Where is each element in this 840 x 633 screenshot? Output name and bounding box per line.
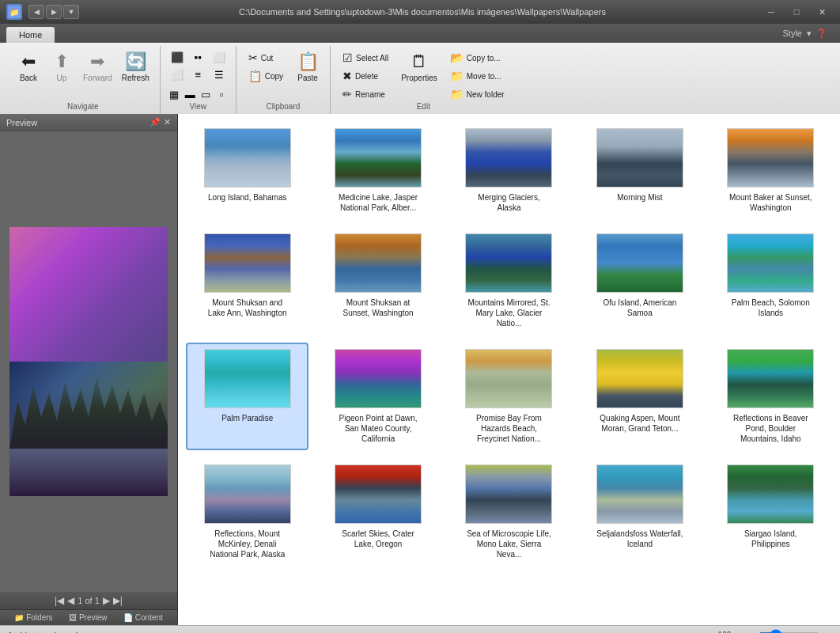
file-item[interactable]: Scarlet Skies, Crater Lake, Oregon bbox=[316, 458, 439, 566]
minimize-btn[interactable]: ─ bbox=[759, 4, 783, 20]
file-name: Promise Bay From Hazards Beach, Freycine… bbox=[465, 413, 552, 444]
refresh-button[interactable]: 🔄 Refresh bbox=[118, 49, 153, 85]
copy-to-button[interactable]: 📂 Copy to... bbox=[445, 49, 510, 66]
help-icon[interactable]: ❓ bbox=[816, 28, 827, 39]
preview-pin-btn[interactable]: 📌 bbox=[149, 117, 161, 127]
file-grid-area[interactable]: Long Island, BahamasMedicine Lake, Jaspe… bbox=[178, 114, 840, 625]
back-button[interactable]: ⬅ Back bbox=[13, 49, 44, 85]
clipboard-label: Clipboard bbox=[236, 102, 330, 111]
close-btn[interactable]: ✕ bbox=[810, 4, 834, 20]
up-button[interactable]: ⬆ Up bbox=[46, 49, 78, 85]
rename-icon: ✏ bbox=[342, 88, 352, 100]
preview-pagination: |◀ ◀ 1 of 1 ▶ ▶| bbox=[0, 592, 177, 609]
file-item[interactable]: Quaking Aspen, Mount Moran, Grand Teton.… bbox=[578, 343, 701, 450]
file-thumbnail bbox=[596, 233, 683, 293]
properties-button[interactable]: 🗒 Properties bbox=[397, 49, 441, 85]
view-extra-large[interactable]: ⬛ bbox=[167, 49, 187, 66]
ribbon-content: ⬅ Back ⬆ Up ➡ Forward 🔄 Refresh Navigate… bbox=[0, 43, 840, 114]
pager-next[interactable]: ▶ bbox=[103, 595, 110, 606]
file-name: Medicine Lake, Jasper National Park, Alb… bbox=[335, 192, 422, 213]
preview-image-area bbox=[0, 131, 177, 592]
file-thumbnail bbox=[335, 128, 422, 188]
style-dropdown-icon[interactable]: ▾ bbox=[807, 28, 812, 39]
pager-prev[interactable]: ◀ bbox=[67, 595, 74, 606]
select-all-icon: ☑ bbox=[342, 51, 353, 64]
file-item[interactable]: Mount Shuksan and Lake Ann, Washington bbox=[186, 227, 308, 335]
file-name: Reflections in Beaver Pond, Boulder Moun… bbox=[727, 413, 814, 444]
navigate-buttons: ⬅ Back ⬆ Up ➡ Forward 🔄 Refresh bbox=[13, 46, 153, 100]
file-thumbnail bbox=[596, 349, 683, 408]
file-item[interactable]: Promise Bay From Hazards Beach, Freycine… bbox=[448, 343, 570, 450]
file-item[interactable]: Siargao Island, Philippines bbox=[709, 458, 832, 566]
folders-btn[interactable]: 📁 Folders bbox=[14, 613, 52, 622]
new-folder-button[interactable]: 📁 New folder bbox=[445, 85, 510, 103]
preview-panel: Preview 📌 ✕ |◀ ◀ 1 of 1 ▶ ▶| 📁 Folders bbox=[0, 114, 178, 625]
view-large[interactable]: ▪▪ bbox=[187, 49, 208, 66]
file-item[interactable]: Medicine Lake, Jasper National Park, Alb… bbox=[316, 122, 439, 219]
zoom-out-btn[interactable]: − bbox=[747, 629, 753, 634]
move-to-button[interactable]: 📁 Move to... bbox=[445, 67, 510, 85]
file-item[interactable]: Sea of Microscopie Life, Mono Lake, Sier… bbox=[448, 458, 570, 566]
pager-first[interactable]: |◀ bbox=[55, 595, 64, 606]
copy-icon: 📋 bbox=[248, 70, 262, 82]
nav-down-btn[interactable]: ▼ bbox=[63, 5, 79, 19]
select-all-button[interactable]: ☑ Select All bbox=[337, 49, 394, 66]
file-item[interactable]: Mountains Mirrored, St. Mary Lake, Glaci… bbox=[448, 227, 570, 335]
view-tile[interactable]: ▦ bbox=[167, 86, 182, 103]
file-name: Merging Glaciers, Alaska bbox=[465, 192, 552, 213]
content-btn[interactable]: 📄 Content bbox=[123, 613, 163, 622]
app-icon: 📁 bbox=[6, 4, 22, 20]
nav-fwd-btn[interactable]: ▶ bbox=[46, 5, 62, 19]
file-item[interactable]: Reflections, Mount McKinley, Denali Nati… bbox=[186, 458, 308, 566]
view-icons-bottom: ▦ ▬ ▭ ▫ bbox=[167, 86, 229, 103]
clipboard-group: ✂ Cut 📋 Copy 📋 Paste Clipboard bbox=[236, 46, 331, 114]
preview-btn[interactable]: 🖼 Preview bbox=[69, 613, 108, 622]
file-item[interactable]: Palm Paradise bbox=[186, 343, 308, 450]
zoom-in-btn[interactable]: + bbox=[826, 629, 832, 634]
file-thumbnail bbox=[465, 464, 552, 524]
rename-button[interactable]: ✏ Rename bbox=[337, 85, 394, 103]
preview-header: Preview 📌 ✕ bbox=[0, 114, 177, 131]
maximize-btn[interactable]: □ bbox=[785, 4, 808, 20]
zoom-slider[interactable] bbox=[758, 630, 821, 634]
view-filmstrip[interactable]: ▭ bbox=[199, 86, 214, 103]
view-thumbs[interactable]: ▫ bbox=[214, 86, 229, 103]
file-item[interactable]: Morning Mist bbox=[578, 122, 701, 219]
file-name: Quaking Aspen, Mount Moran, Grand Teton.… bbox=[596, 413, 683, 434]
file-thumbnail bbox=[204, 349, 291, 408]
file-thumbnail bbox=[727, 349, 814, 408]
file-item[interactable]: Mount Shuksan at Sunset, Washington bbox=[316, 227, 439, 335]
file-item[interactable]: Ofu Island, American Samoa bbox=[578, 227, 701, 335]
view-list[interactable]: ≡ bbox=[187, 66, 208, 83]
pager-last[interactable]: ▶| bbox=[113, 595, 123, 606]
nav-back-btn[interactable]: ◀ bbox=[28, 5, 44, 19]
delete-button[interactable]: ✖ Delete bbox=[337, 67, 394, 85]
paste-button[interactable]: 📋 Paste bbox=[292, 49, 324, 85]
file-item[interactable]: Merging Glaciers, Alaska bbox=[448, 122, 570, 219]
file-name: Palm Paradise bbox=[221, 413, 273, 423]
status-text: 1 objects selected bbox=[8, 631, 78, 634]
preview-close-btn[interactable]: ✕ bbox=[164, 117, 171, 127]
file-item[interactable]: Palm Beach, Solomon Islands bbox=[709, 227, 832, 335]
file-item[interactable]: Pigeon Point at Dawn, San Mateo County, … bbox=[316, 343, 439, 450]
path-display: C:\Documents and Settings\uptodown-3\Mis… bbox=[85, 7, 759, 17]
preview-foot-icon: 🖼 bbox=[69, 613, 77, 622]
file-item[interactable]: Long Island, Bahamas bbox=[186, 122, 308, 219]
tab-home[interactable]: Home bbox=[6, 27, 55, 43]
view-icons-top: ⬛ ▪▪ ⬜ ⬜ ≡ ☰ bbox=[167, 49, 229, 83]
cut-button[interactable]: ✂ Cut bbox=[243, 49, 289, 66]
view-details[interactable]: ☰ bbox=[209, 66, 229, 83]
status-bar: 1 objects selected 100 px − + bbox=[0, 625, 840, 633]
view-strip[interactable]: ▬ bbox=[183, 86, 198, 103]
forward-icon: ➡ bbox=[90, 51, 104, 72]
file-item[interactable]: Seljalandsfoss Waterfall, Iceland bbox=[578, 458, 701, 566]
view-medium[interactable]: ⬜ bbox=[209, 49, 229, 66]
forward-button[interactable]: ➡ Forward bbox=[79, 49, 116, 85]
file-thumbnail bbox=[465, 233, 552, 293]
copy-button[interactable]: 📋 Copy bbox=[243, 67, 289, 85]
file-thumbnail bbox=[204, 128, 291, 188]
file-item[interactable]: Mount Baker at Sunset, Washington bbox=[709, 122, 832, 219]
view-small[interactable]: ⬜ bbox=[167, 66, 187, 83]
status-right: 100 px − + bbox=[718, 629, 832, 634]
file-item[interactable]: Reflections in Beaver Pond, Boulder Moun… bbox=[709, 343, 832, 450]
